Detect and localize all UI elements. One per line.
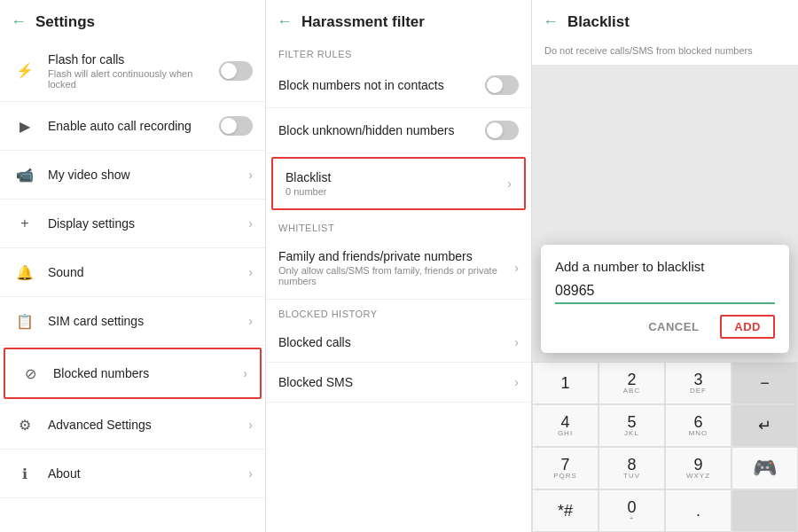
numpad-key-0-2[interactable]: 3 DEF xyxy=(665,362,732,404)
toggle-block-not-in-contacts[interactable] xyxy=(485,75,519,95)
section-label-filter-rules: FILTER RULES xyxy=(266,40,531,63)
settings-item-display-settings[interactable]: + Display settings › xyxy=(0,200,265,248)
settings-item-sim-card-settings[interactable]: 📋 SIM card settings › xyxy=(0,297,265,346)
toggle-auto-call-recording[interactable] xyxy=(219,116,253,136)
dialog-title: Add a number to blacklist xyxy=(555,259,775,274)
dialog-input-row: 08965 xyxy=(555,283,775,304)
numpad-key-main-3-0: *# xyxy=(558,503,573,519)
chevron-blocked-calls: › xyxy=(514,335,519,349)
section-label-whitelist: WHITELIST xyxy=(266,214,531,237)
label-flash-calls: Flash for calls xyxy=(48,51,219,67)
back-arrow-harassment[interactable]: ← xyxy=(277,12,293,31)
settings-item-about[interactable]: ℹ About › xyxy=(0,450,265,498)
settings-title: Settings xyxy=(35,13,95,31)
right-sim-card-settings: › xyxy=(248,314,253,328)
add-number-dialog: Add a number to blacklist 08965 CANCEL A… xyxy=(541,245,789,353)
right-blocked-numbers: › xyxy=(243,366,247,380)
chevron-blacklist: › xyxy=(507,176,512,191)
label-blocked-numbers: Blocked numbers xyxy=(53,365,243,381)
label-block-unknown-hidden: Block unknown/hidden numbers xyxy=(278,123,485,137)
harassment-title: Harassment filter xyxy=(301,13,425,31)
numpad-key-1-1[interactable]: 5 JKL xyxy=(598,404,665,447)
chevron-my-video-show: › xyxy=(248,168,253,182)
label-blocked-calls: Blocked calls xyxy=(278,335,514,349)
label-sound: Sound xyxy=(48,264,248,280)
dialog-input-value[interactable]: 08965 xyxy=(555,283,775,299)
toggle-block-unknown-hidden[interactable] xyxy=(485,121,519,140)
chevron-display-settings: › xyxy=(248,216,253,231)
filter-item-block-unknown-hidden[interactable]: Block unknown/hidden numbers xyxy=(266,108,531,153)
content-blocked-sms: Blocked SMS xyxy=(278,375,514,389)
chevron-sim-card-settings: › xyxy=(248,314,253,328)
right-sound: › xyxy=(248,265,253,279)
settings-item-sound[interactable]: 🔔 Sound › xyxy=(0,248,265,297)
numpad-key-main-2-0: 7 xyxy=(560,457,569,473)
icon-blocked-numbers: ⊘ xyxy=(18,361,43,386)
content-display-settings: Display settings xyxy=(48,215,248,231)
content-flash-calls: Flash for calls Flash will alert continu… xyxy=(48,51,219,90)
filter-item-family-friends[interactable]: Family and friends/private numbers Only … xyxy=(266,237,531,300)
back-arrow-settings[interactable]: ← xyxy=(11,12,27,31)
chevron-sound: › xyxy=(248,265,253,279)
numpad: 1 2 ABC 3 DEF − 4 GHI 5 JKL 6 MNO ↵ xyxy=(532,362,798,532)
filter-item-blocked-calls[interactable]: Blocked calls › xyxy=(266,323,531,363)
chevron-advanced-settings: › xyxy=(248,418,253,432)
right-about: › xyxy=(248,466,253,481)
cancel-button[interactable]: CANCEL xyxy=(641,315,706,339)
settings-item-my-video-show[interactable]: 📹 My video show › xyxy=(0,151,265,200)
numpad-key-0-1[interactable]: 2 ABC xyxy=(598,362,665,404)
content-about: About xyxy=(48,466,248,481)
settings-item-advanced-settings[interactable]: ⚙ Advanced Settings › xyxy=(0,401,265,450)
numpad-key-sub-0-1: ABC xyxy=(623,387,640,395)
settings-list: ⚡ Flash for calls Flash will alert conti… xyxy=(0,40,265,532)
settings-item-auto-call-recording[interactable]: ▶ Enable auto call recording xyxy=(0,102,265,151)
numpad-key-main-3-2: . xyxy=(696,503,700,519)
sublabel-family-friends: Only allow calls/SMS from family, friend… xyxy=(278,265,514,286)
label-display-settings: Display settings xyxy=(48,215,248,231)
add-button[interactable]: ADD xyxy=(720,315,775,339)
content-sim-card-settings: SIM card settings xyxy=(48,313,248,329)
label-auto-call-recording: Enable auto call recording xyxy=(48,118,219,134)
toggle-flash-calls[interactable] xyxy=(219,61,253,81)
label-blacklist: Blacklist xyxy=(286,170,507,184)
filter-item-blocked-sms[interactable]: Blocked SMS › xyxy=(266,363,531,403)
numpad-key-3-2[interactable]: . xyxy=(665,489,732,532)
content-blacklist: Blacklist 0 number xyxy=(286,170,507,197)
content-sound: Sound xyxy=(48,264,248,280)
label-sim-card-settings: SIM card settings xyxy=(48,313,248,329)
numpad-key-3-0[interactable]: *# xyxy=(532,489,598,532)
numpad-key-main-0-1: 2 xyxy=(627,372,636,387)
numpad-key-0-3[interactable]: − xyxy=(732,362,798,404)
numpad-key-sub-2-1: TUV xyxy=(623,473,640,480)
label-advanced-settings: Advanced Settings xyxy=(48,417,248,433)
numpad-row-0: 1 2 ABC 3 DEF − xyxy=(532,362,798,404)
numpad-key-main-0-3: − xyxy=(760,375,770,391)
numpad-key-3-3[interactable] xyxy=(732,489,798,532)
numpad-key-2-2[interactable]: 9 WXYZ xyxy=(665,447,732,489)
filter-item-blacklist[interactable]: Blacklist 0 number › xyxy=(271,157,526,210)
numpad-key-main-3-1: 0 xyxy=(627,499,636,515)
numpad-key-2-0[interactable]: 7 PQRS xyxy=(532,447,598,489)
numpad-key-sub-3-1: + xyxy=(630,515,635,522)
numpad-key-1-3[interactable]: ↵ xyxy=(732,404,798,447)
filter-item-block-not-in-contacts[interactable]: Block numbers not in contacts xyxy=(266,63,531,108)
settings-panel: ← Settings ⚡ Flash for calls Flash will … xyxy=(0,0,266,532)
numpad-row-2: 7 PQRS 8 TUV 9 WXYZ 🎮 xyxy=(532,447,798,489)
numpad-key-3-1[interactable]: 0 + xyxy=(598,489,665,532)
settings-item-blocked-numbers[interactable]: ⊘ Blocked numbers › xyxy=(4,348,262,399)
numpad-key-2-3[interactable]: 🎮 xyxy=(732,447,798,489)
numpad-key-sub-1-0: GHI xyxy=(558,430,573,437)
numpad-key-main-2-1: 8 xyxy=(627,457,636,473)
numpad-key-1-0[interactable]: 4 GHI xyxy=(532,404,598,447)
section-label-blocked-history: BLOCKED HISTORY xyxy=(266,300,531,323)
label-blocked-sms: Blocked SMS xyxy=(278,375,514,389)
settings-item-flash-calls[interactable]: ⚡ Flash for calls Flash will alert conti… xyxy=(0,40,265,102)
numpad-key-2-1[interactable]: 8 TUV xyxy=(598,447,665,489)
numpad-key-1-2[interactable]: 6 MNO xyxy=(665,404,732,447)
chevron-blocked-sms: › xyxy=(514,375,519,389)
count-blacklist: 0 number xyxy=(286,186,507,197)
right-flash-calls xyxy=(219,61,253,81)
label-block-not-in-contacts: Block numbers not in contacts xyxy=(278,78,485,92)
content-auto-call-recording: Enable auto call recording xyxy=(48,118,219,134)
numpad-key-0-0[interactable]: 1 xyxy=(532,362,598,404)
